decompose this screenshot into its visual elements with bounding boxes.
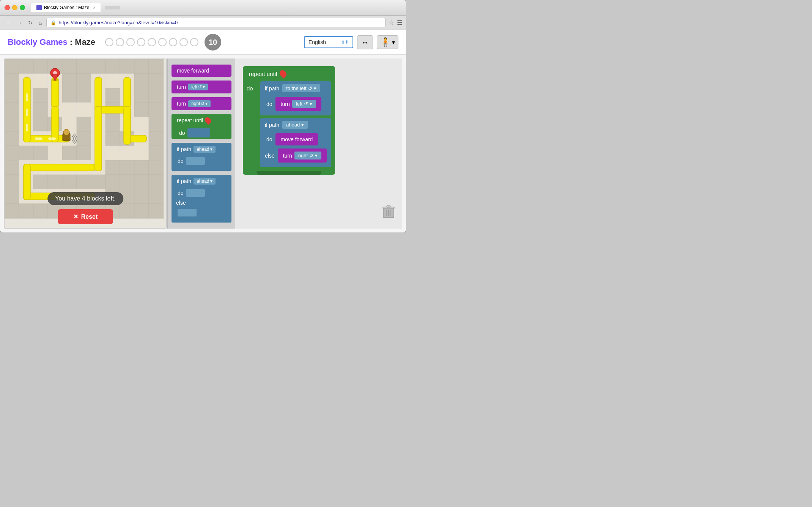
svg-rect-128 <box>52 77 58 108</box>
svg-rect-71 <box>62 146 77 160</box>
turn-right-dropdown[interactable]: right ↺ ▾ <box>188 100 211 107</box>
ws-repeat-container: repeat until do if path <box>243 66 335 175</box>
reset-label: Reset <box>81 213 98 220</box>
ws-path-left-refresh-icon: ↺ <box>308 85 312 91</box>
level-dot-7[interactable] <box>169 38 177 46</box>
ws-if-left-do-row: do turn left ↺ ▾ <box>260 95 331 112</box>
avatar-button[interactable]: 🧍 ▾ <box>377 35 398 49</box>
ws-if-ahead-bottom <box>260 164 331 167</box>
toolbox-repeat-until[interactable]: repeat until do <box>172 114 231 139</box>
workspace-repeat-block: repeat until do if path <box>243 66 335 175</box>
level-dot-9[interactable] <box>190 38 198 46</box>
svg-rect-54 <box>134 117 149 131</box>
ws-do-label-outer: do <box>247 81 260 92</box>
ws-turn-right-pill[interactable]: right ↺ ▾ <box>294 152 321 160</box>
level-badge[interactable]: 10 <box>205 34 221 51</box>
svg-rect-98 <box>134 175 149 189</box>
maze-status: You have 4 blocks left. <box>47 192 123 205</box>
main-content: You have 4 blocks left. ✕ Reset move for… <box>0 55 406 232</box>
ws-repeat-label: repeat until <box>249 71 277 77</box>
svg-rect-23 <box>5 88 19 103</box>
svg-rect-121 <box>149 204 163 218</box>
svg-rect-123 <box>24 164 95 171</box>
toolbox-if-do-else[interactable]: if path ahead ▾ do else <box>172 175 231 223</box>
toolbox-if-do[interactable]: if path ahead ▾ do <box>172 143 231 171</box>
level-dot-2[interactable] <box>116 38 124 46</box>
svg-rect-93 <box>62 175 77 189</box>
svg-rect-30 <box>105 88 120 103</box>
svg-rect-28 <box>77 88 91 103</box>
svg-rect-22 <box>149 74 163 88</box>
ws-turn-right-refresh-icon: ↺ <box>309 153 313 158</box>
home-button[interactable]: ⌂ <box>37 19 43 27</box>
svg-rect-55 <box>149 117 163 131</box>
language-selector[interactable]: English ⬆⬇ <box>304 36 353 48</box>
ws-turn-left-pill[interactable]: left ↺ ▾ <box>292 100 316 108</box>
forward-button[interactable]: → <box>15 19 24 27</box>
tab-close-button[interactable]: × <box>93 6 95 10</box>
level-dot-8[interactable] <box>179 38 188 46</box>
turn-left-dropdown[interactable]: left ↺ ▾ <box>188 84 208 90</box>
svg-rect-74 <box>105 146 120 160</box>
level-dot-5[interactable] <box>148 38 156 46</box>
back-button[interactable]: ← <box>4 19 12 27</box>
level-dot-3[interactable] <box>126 38 135 46</box>
svg-rect-86 <box>120 160 134 175</box>
ws-ahead-pill[interactable]: ahead ▾ <box>282 121 308 129</box>
svg-rect-68 <box>19 146 33 160</box>
url-bar[interactable]: 🔒 https://blockly.games/maze?lang=en&lev… <box>46 18 386 27</box>
svg-rect-67 <box>5 146 19 160</box>
ws-if-ahead-do-row: do move forward <box>260 132 331 147</box>
trash-icon[interactable] <box>382 205 395 221</box>
menu-icon[interactable]: ☰ <box>397 19 402 26</box>
svg-rect-134 <box>124 106 131 144</box>
if-ahead-dropdown-1[interactable]: ahead ▾ <box>194 146 215 153</box>
svg-rect-89 <box>5 175 19 189</box>
svg-rect-119 <box>120 204 134 218</box>
minimize-button[interactable] <box>12 5 17 10</box>
reset-button[interactable]: ✕ Reset <box>58 209 113 224</box>
level-dot-1[interactable] <box>105 38 113 46</box>
toolbox-move-forward[interactable]: move forward <box>172 65 231 77</box>
link-button[interactable]: ↔ <box>357 35 373 49</box>
svg-rect-109 <box>134 189 149 204</box>
ws-if-left-label: if path <box>265 85 279 92</box>
svg-rect-9 <box>120 59 134 74</box>
new-tab-button[interactable] <box>105 6 120 9</box>
ws-if-left-bottom <box>260 112 331 115</box>
svg-rect-49 <box>62 117 77 131</box>
workspace-panel[interactable]: repeat until do if path <box>235 58 402 229</box>
ws-turn-left-dropdown-arrow: ▾ <box>310 101 312 107</box>
svg-rect-135 <box>35 137 42 140</box>
ws-if-ahead-do-label: do <box>266 136 272 142</box>
level-dot-4[interactable] <box>137 38 145 46</box>
svg-rect-85 <box>105 160 120 175</box>
svg-rect-45 <box>5 117 19 131</box>
close-button[interactable] <box>5 5 10 10</box>
toolbox-turn-left[interactable]: turn left ↺ ▾ <box>172 81 231 93</box>
svg-rect-77 <box>149 146 163 160</box>
svg-rect-43 <box>134 103 149 117</box>
if-ahead-arrow-1: ▾ <box>210 147 212 152</box>
svg-rect-36 <box>33 103 48 117</box>
if-ahead-dropdown-2[interactable]: ahead ▾ <box>194 178 215 185</box>
toolbox-turn-right[interactable]: turn right ↺ ▾ <box>172 97 231 110</box>
svg-rect-88 <box>149 160 163 175</box>
browser-tab[interactable]: Blockly Games : Maze × <box>31 3 101 12</box>
svg-rect-52 <box>105 117 120 131</box>
toolbox-panel: move forward turn left ↺ ▾ turn right <box>167 58 235 229</box>
svg-rect-87 <box>134 160 149 175</box>
if-do-label-1: do <box>178 158 184 164</box>
bookmark-icon[interactable]: ☆ <box>389 19 394 26</box>
maximize-button[interactable] <box>20 5 25 10</box>
svg-rect-96 <box>105 175 120 189</box>
svg-rect-94 <box>77 175 91 189</box>
svg-rect-131 <box>124 77 131 108</box>
reload-button[interactable]: ↻ <box>27 19 34 27</box>
if-do-label-2: do <box>178 190 184 196</box>
svg-rect-100 <box>5 189 19 204</box>
svg-rect-75 <box>120 146 134 160</box>
svg-rect-113 <box>33 204 48 218</box>
ws-path-left-pill[interactable]: to the left ↺ ▾ <box>282 84 320 92</box>
level-dot-6[interactable] <box>158 38 167 46</box>
